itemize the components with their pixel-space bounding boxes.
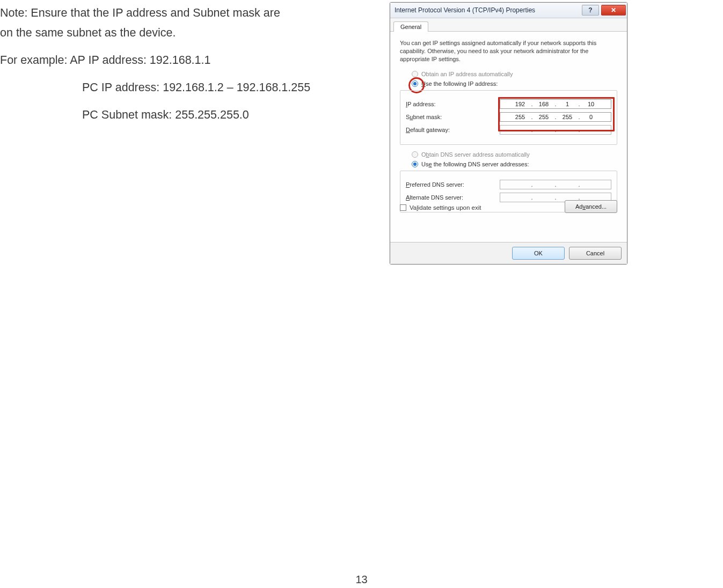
input-subnet-mask[interactable]: 255. 255. 255. 0 xyxy=(500,112,611,122)
checkbox-validate[interactable]: Validate settings upon exit xyxy=(400,204,481,211)
checkbox-icon xyxy=(400,204,406,211)
advanced-button[interactable]: Advanced... xyxy=(565,200,617,213)
label-ip-address: IP address: xyxy=(406,101,500,107)
pc-ip-line: PC IP address: 192.168.1.2 – 192.168.1.2… xyxy=(0,78,365,98)
input-preferred-dns[interactable]: . . . xyxy=(500,180,611,189)
tab-general[interactable]: General xyxy=(393,21,428,32)
note-line-2: on the same subnet as the device. xyxy=(0,26,176,39)
row-subnet-mask: Subnet mask: 255. 255. 255. 0 xyxy=(406,112,611,122)
tab-bar: General xyxy=(390,18,627,32)
label-preferred-dns: Preferred DNS server: xyxy=(406,181,500,188)
radio-icon xyxy=(412,151,418,158)
page-number: 13 xyxy=(0,574,723,586)
checkbox-validate-label: Validate settings upon exit xyxy=(410,204,481,211)
label-default-gateway: Default gateway: xyxy=(406,127,500,133)
radio-obtain-ip[interactable]: Obtain an IP address automatically xyxy=(412,71,617,77)
radio-use-dns[interactable]: Use the following DNS server addresses: xyxy=(412,161,617,167)
dialog-description: You can get IP settings assigned automat… xyxy=(400,39,617,63)
dialog-client-area: You can get IP settings assigned automat… xyxy=(390,32,627,242)
row-ip-address: IP address: 192. 168. 1. 10 xyxy=(406,99,611,109)
ap-ip-line: AP IP address: 192.168.1.1 xyxy=(70,54,210,67)
pc-subnet-line: PC Subnet mask: 255.255.255.0 xyxy=(0,105,365,125)
radio-icon xyxy=(412,161,418,167)
input-default-gateway[interactable]: . . . xyxy=(500,125,611,135)
radio-icon xyxy=(412,71,418,77)
note-line-1: Note: Ensure that the IP address and Sub… xyxy=(0,6,280,19)
radio-use-ip[interactable]: UUse the following IP address:se the fol… xyxy=(412,80,617,87)
help-icon[interactable]: ? xyxy=(582,5,599,16)
ok-button[interactable]: OK xyxy=(512,247,565,260)
ip-fieldset: IP address: 192. 168. 1. 10 Subnet mask:… xyxy=(400,90,617,145)
dialog-footer: OK Cancel xyxy=(390,242,627,264)
close-icon[interactable]: ✕ xyxy=(601,5,626,16)
radio-use-ip-label: UUse the following IP address:se the fol… xyxy=(421,80,498,87)
radio-obtain-ip-label: Obtain an IP address automatically xyxy=(421,71,513,77)
dialog-title: Internet Protocol Version 4 (TCP/IPv4) P… xyxy=(395,6,535,14)
radio-obtain-dns-label: Obtain DNS server address automatically xyxy=(421,151,530,158)
cancel-button[interactable]: Cancel xyxy=(569,247,622,260)
title-bar[interactable]: Internet Protocol Version 4 (TCP/IPv4) P… xyxy=(390,3,627,18)
radio-use-dns-label: Use the following DNS server addresses: xyxy=(421,161,529,167)
radio-obtain-dns[interactable]: Obtain DNS server address automatically xyxy=(412,151,617,158)
instruction-text: Note: Ensure that the IP address and Sub… xyxy=(0,3,365,133)
tcpip-properties-dialog: Internet Protocol Version 4 (TCP/IPv4) P… xyxy=(390,2,627,264)
label-subnet-mask: Subnet mask: xyxy=(406,114,500,120)
row-default-gateway: Default gateway: . . . xyxy=(406,125,611,135)
input-ip-address[interactable]: 192. 168. 1. 10 xyxy=(500,99,611,109)
example-intro: For example: xyxy=(0,54,67,67)
row-preferred-dns: Preferred DNS server: . . . xyxy=(406,180,611,189)
radio-icon xyxy=(412,80,418,87)
